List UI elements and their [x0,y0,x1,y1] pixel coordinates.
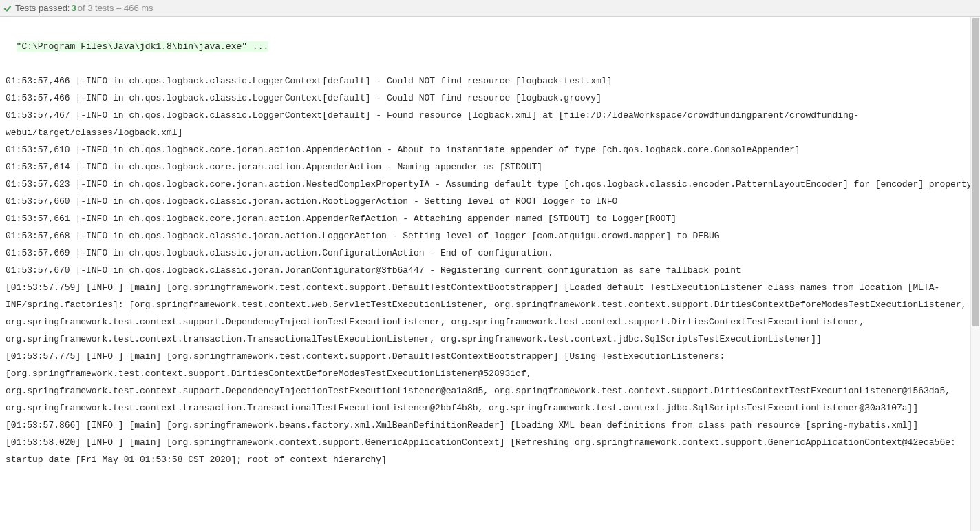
command-line: "C:\Program Files\Java\jdk1.8\bin\java.e… [17,41,269,52]
log-line: 01:53:57,466 |-INFO in ch.qos.logback.cl… [6,90,974,107]
scrollbar-thumb[interactable] [972,18,979,326]
log-line: [01:53:57.759] [INFO ] [main] [org.sprin… [6,279,974,348]
log-line: 01:53:57,467 |-INFO in ch.qos.logback.cl… [6,107,974,141]
scrollbar-track[interactable] [970,17,980,531]
log-line: 01:53:57,623 |-INFO in ch.qos.logback.co… [6,176,974,193]
log-line: 01:53:57,661 |-INFO in ch.qos.logback.co… [6,210,974,227]
log-line: 01:53:57,670 |-INFO in ch.qos.logback.cl… [6,262,974,279]
console-output[interactable]: "C:\Program Files\Java\jdk1.8\bin\java.e… [0,17,980,531]
log-line: 01:53:57,669 |-INFO in ch.qos.logback.cl… [6,244,974,262]
tests-passed-count: 3 [72,3,76,13]
log-line: 01:53:57,660 |-INFO in ch.qos.logback.cl… [6,193,974,210]
test-status-bar: Tests passed: 3 of 3 tests – 466 ms [0,0,980,17]
check-icon [3,3,12,13]
log-line: 01:53:57,466 |-INFO in ch.qos.logback.cl… [6,72,974,90]
tests-passed-label: Tests passed: [15,3,70,13]
log-line: 01:53:57,668 |-INFO in ch.qos.logback.cl… [6,227,974,244]
log-line: [01:53:57.775] [INFO ] [main] [org.sprin… [6,348,974,417]
log-line: [01:53:57.866] [INFO ] [main] [org.sprin… [6,417,974,434]
tests-passed-detail: of 3 tests – 466 ms [78,3,153,13]
log-line: 01:53:57,614 |-INFO in ch.qos.logback.co… [6,158,974,176]
log-line: 01:53:57,610 |-INFO in ch.qos.logback.co… [6,141,974,158]
log-line: [01:53:58.020] [INFO ] [main] [org.sprin… [6,434,974,468]
